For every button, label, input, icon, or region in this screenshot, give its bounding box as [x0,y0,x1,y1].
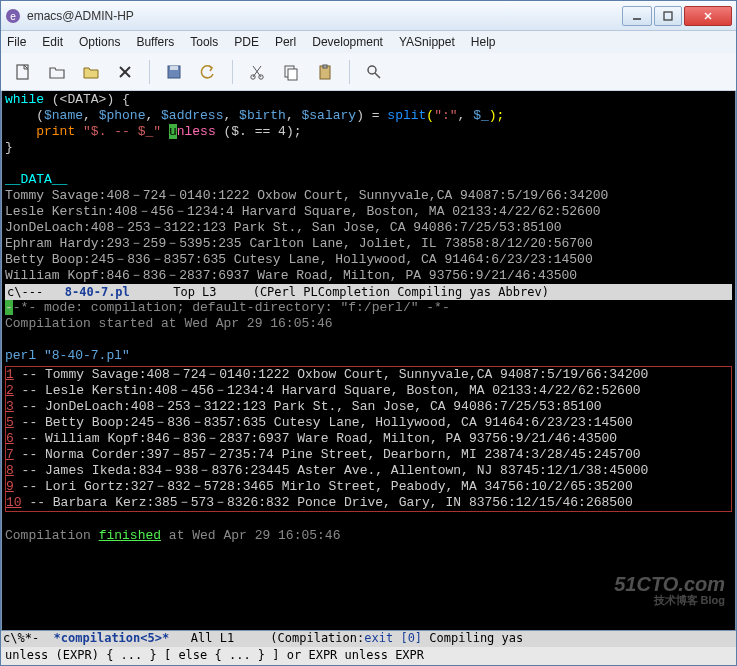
compile-output-box: 1 -- Tommy Savage:408－724－0140:1222 Oxbo… [5,366,732,512]
menubar: File Edit Options Buffers Tools PDE Perl… [1,31,736,53]
save-button[interactable] [160,58,188,86]
svg-rect-10 [170,66,178,70]
svg-line-20 [375,73,380,78]
svg-point-19 [368,66,376,74]
output-line: 10 -- Barbara Kerz:385－573－8326:832 Ponc… [6,495,731,511]
close-button[interactable] [684,6,732,26]
data-line: Betty Boop:245－836－8357:635 Cutesy Lane,… [5,252,732,268]
emacs-icon: e [5,8,21,24]
open-file-button[interactable] [43,58,71,86]
menu-edit[interactable]: Edit [42,35,63,49]
separator [232,60,233,84]
paste-button[interactable] [311,58,339,86]
text-cursor: u [169,124,177,139]
code-line: ($name, $phone, $address, $birth, $salar… [5,108,732,124]
svg-text:e: e [10,11,16,22]
new-file-button[interactable] [9,58,37,86]
output-line: 6 -- William Kopf:846－836－2837:6937 Ware… [6,431,731,447]
modeline-top[interactable]: c\--- 8-40-7.pl Top L3 (CPerl PLCompleti… [5,284,732,300]
menu-yasnippet[interactable]: YASnippet [399,35,455,49]
menu-pde[interactable]: PDE [234,35,259,49]
compile-cmd: perl "8-40-7.pl" [5,348,732,364]
compilation-buffer[interactable]: --*- mode: compilation; default-director… [5,300,732,544]
watermark: 51CTO.com 技术博客 Blog [614,576,725,608]
compile-finished: Compilation finished at Wed Apr 29 16:05… [5,528,732,544]
separator [149,60,150,84]
data-line: Ephram Hardy:293－259－5395:235 Carlton La… [5,236,732,252]
editor-area[interactable]: while (<DATA>) { ($name, $phone, $addres… [1,91,736,631]
output-line: 1 -- Tommy Savage:408－724－0140:1222 Oxbo… [6,367,731,383]
cut-button[interactable] [243,58,271,86]
minimize-button[interactable] [622,6,652,26]
menu-tools[interactable]: Tools [190,35,218,49]
compile-started: Compilation started at Wed Apr 29 16:05:… [5,316,732,332]
data-line: Lesle Kerstin:408－456－1234:4 Harvard Squ… [5,204,732,220]
open-dir-button[interactable] [77,58,105,86]
code-line: } [5,140,732,156]
output-line: 3 -- JonDeLoach:408－253－3122:123 Park St… [6,399,731,415]
kill-buffer-button[interactable] [111,58,139,86]
modeline-bottom[interactable]: c\%*- *compilation<5>* All L1 (Compilati… [1,631,736,647]
code-line: while (<DATA>) { [5,92,732,108]
minibuffer[interactable]: unless (EXPR) { ... } [ else { ... } ] o… [1,647,736,665]
menu-file[interactable]: File [7,35,26,49]
titlebar[interactable]: e emacs@ADMIN-HP [1,1,736,31]
undo-button[interactable] [194,58,222,86]
data-line: Tommy Savage:408－724－0140:1222 Oxbow Cou… [5,188,732,204]
copy-button[interactable] [277,58,305,86]
output-line: 9 -- Lori Gortz:327－832－5728:3465 Mirlo … [6,479,731,495]
compile-header: --*- mode: compilation; default-director… [5,300,732,316]
code-line: print "$. -- $_" unless ($. == 4); [5,124,732,140]
output-line: 2 -- Lesle Kerstin:408－456－1234:4 Harvar… [6,383,731,399]
app-window: e emacs@ADMIN-HP File Edit Options Buffe… [0,0,737,666]
output-line: 7 -- Norma Corder:397－857－2735:74 Pine S… [6,447,731,463]
data-marker: __DATA__ [5,172,732,188]
separator [349,60,350,84]
search-button[interactable] [360,58,388,86]
output-line: 8 -- James Ikeda:834－938－8376:23445 Aste… [6,463,731,479]
data-line: JonDeLoach:408－253－3122:123 Park St., Sa… [5,220,732,236]
menu-buffers[interactable]: Buffers [136,35,174,49]
menu-perl[interactable]: Perl [275,35,296,49]
svg-rect-3 [664,12,672,20]
maximize-button[interactable] [654,6,682,26]
output-line: 5 -- Betty Boop:245－836－8357:635 Cutesy … [6,415,731,431]
window-buttons [622,6,732,26]
menu-options[interactable]: Options [79,35,120,49]
menu-help[interactable]: Help [471,35,496,49]
toolbar [1,53,736,91]
svg-rect-16 [288,69,297,80]
menu-development[interactable]: Development [312,35,383,49]
window-title: emacs@ADMIN-HP [27,9,622,23]
data-line: William Kopf:846－836－2837:6937 Ware Road… [5,268,732,284]
svg-rect-18 [323,65,327,68]
